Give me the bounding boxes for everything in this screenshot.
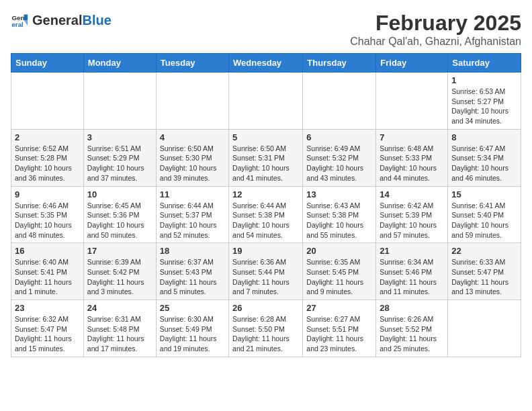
day-number: 21 bbox=[380, 246, 444, 256]
sunrise-label: Sunrise: 6:45 AM bbox=[87, 201, 141, 210]
day-info: Sunrise: 6:27 AM Sunset: 5:51 PM Dayligh… bbox=[306, 314, 372, 354]
calendar-cell bbox=[229, 73, 303, 130]
sunrise-label: Sunrise: 6:50 AM bbox=[232, 144, 286, 152]
daylight-label: Daylight: 10 hours and 39 minutes. bbox=[160, 164, 217, 182]
daylight-label: Daylight: 10 hours and 52 minutes. bbox=[160, 221, 217, 239]
calendar-cell bbox=[303, 73, 376, 130]
day-number: 16 bbox=[15, 246, 80, 256]
day-number: 7 bbox=[380, 132, 444, 142]
day-info: Sunrise: 6:50 AM Sunset: 5:31 PM Dayligh… bbox=[232, 144, 299, 183]
calendar-week-row: 23 Sunrise: 6:32 AM Sunset: 5:47 PM Dayl… bbox=[11, 300, 521, 357]
day-info: Sunrise: 6:37 AM Sunset: 5:43 PM Dayligh… bbox=[160, 257, 225, 297]
sunset-label: Sunset: 5:39 PM bbox=[380, 211, 432, 219]
daylight-label: Daylight: 10 hours and 57 minutes. bbox=[380, 221, 437, 239]
sunrise-label: Sunrise: 6:44 AM bbox=[160, 201, 214, 210]
weekday-header: Saturday bbox=[448, 54, 521, 73]
calendar-cell bbox=[83, 73, 156, 130]
day-number: 14 bbox=[380, 189, 444, 199]
calendar-cell: 11 Sunrise: 6:44 AM Sunset: 5:37 PM Dayl… bbox=[156, 186, 228, 243]
calendar-cell: 19 Sunrise: 6:36 AM Sunset: 5:44 PM Dayl… bbox=[229, 243, 303, 300]
daylight-label: Daylight: 10 hours and 41 minutes. bbox=[232, 164, 290, 182]
day-info: Sunrise: 6:44 AM Sunset: 5:38 PM Dayligh… bbox=[232, 201, 299, 240]
sunset-label: Sunset: 5:50 PM bbox=[232, 325, 285, 333]
logo-icon: Gen eral bbox=[11, 11, 30, 30]
sunset-label: Sunset: 5:46 PM bbox=[380, 268, 432, 276]
day-number: 20 bbox=[306, 246, 372, 256]
sunset-label: Sunset: 5:40 PM bbox=[451, 211, 504, 219]
weekday-header: Sunday bbox=[11, 54, 84, 73]
day-info: Sunrise: 6:43 AM Sunset: 5:38 PM Dayligh… bbox=[306, 201, 372, 240]
day-number: 28 bbox=[380, 303, 444, 313]
sunrise-label: Sunrise: 6:40 AM bbox=[15, 258, 69, 266]
sunrise-label: Sunrise: 6:49 AM bbox=[306, 144, 360, 152]
calendar-week-row: 9 Sunrise: 6:46 AM Sunset: 5:35 PM Dayli… bbox=[11, 186, 521, 243]
sunset-label: Sunset: 5:51 PM bbox=[306, 325, 359, 333]
sunset-label: Sunset: 5:29 PM bbox=[87, 154, 140, 162]
sunrise-label: Sunrise: 6:27 AM bbox=[306, 315, 360, 323]
sunset-label: Sunset: 5:47 PM bbox=[15, 325, 67, 333]
daylight-label: Daylight: 10 hours and 37 minutes. bbox=[87, 164, 144, 182]
day-info: Sunrise: 6:51 AM Sunset: 5:29 PM Dayligh… bbox=[87, 144, 152, 183]
daylight-label: Daylight: 10 hours and 43 minutes. bbox=[306, 164, 363, 182]
day-info: Sunrise: 6:28 AM Sunset: 5:50 PM Dayligh… bbox=[232, 314, 299, 354]
day-number: 4 bbox=[160, 132, 225, 142]
sunrise-label: Sunrise: 6:30 AM bbox=[160, 315, 214, 323]
day-info: Sunrise: 6:47 AM Sunset: 5:34 PM Dayligh… bbox=[451, 144, 517, 183]
daylight-label: Daylight: 10 hours and 54 minutes. bbox=[232, 221, 290, 239]
day-number: 3 bbox=[87, 132, 152, 142]
daylight-label: Daylight: 10 hours and 59 minutes. bbox=[451, 221, 508, 239]
day-number: 18 bbox=[160, 246, 225, 256]
location-title: Chahar Qal'ah, Ghazni, Afghanistan bbox=[350, 36, 521, 48]
daylight-label: Daylight: 11 hours and 3 minutes. bbox=[87, 278, 144, 296]
sunrise-label: Sunrise: 6:39 AM bbox=[87, 258, 141, 266]
calendar-cell: 6 Sunrise: 6:49 AM Sunset: 5:32 PM Dayli… bbox=[303, 129, 376, 186]
calendar-cell: 22 Sunrise: 6:33 AM Sunset: 5:47 PM Dayl… bbox=[448, 243, 521, 300]
daylight-label: Daylight: 11 hours and 17 minutes. bbox=[87, 334, 144, 353]
calendar-cell: 5 Sunrise: 6:50 AM Sunset: 5:31 PM Dayli… bbox=[229, 129, 303, 186]
day-number: 8 bbox=[451, 132, 517, 142]
calendar-cell: 21 Sunrise: 6:34 AM Sunset: 5:46 PM Dayl… bbox=[376, 243, 448, 300]
sunrise-label: Sunrise: 6:41 AM bbox=[451, 201, 505, 210]
sunset-label: Sunset: 5:48 PM bbox=[87, 325, 140, 333]
day-info: Sunrise: 6:50 AM Sunset: 5:30 PM Dayligh… bbox=[160, 144, 225, 183]
day-info: Sunrise: 6:48 AM Sunset: 5:33 PM Dayligh… bbox=[380, 144, 444, 183]
calendar-cell: 24 Sunrise: 6:31 AM Sunset: 5:48 PM Dayl… bbox=[83, 300, 156, 357]
sunrise-label: Sunrise: 6:31 AM bbox=[87, 315, 141, 323]
calendar-cell: 17 Sunrise: 6:39 AM Sunset: 5:42 PM Dayl… bbox=[83, 243, 156, 300]
day-number: 22 bbox=[451, 246, 517, 256]
sunset-label: Sunset: 5:47 PM bbox=[451, 268, 504, 276]
calendar-cell: 3 Sunrise: 6:51 AM Sunset: 5:29 PM Dayli… bbox=[83, 129, 156, 186]
sunrise-label: Sunrise: 6:43 AM bbox=[306, 201, 360, 210]
calendar-cell: 2 Sunrise: 6:52 AM Sunset: 5:28 PM Dayli… bbox=[11, 129, 84, 186]
calendar-week-row: 1 Sunrise: 6:53 AM Sunset: 5:27 PM Dayli… bbox=[11, 73, 521, 130]
daylight-label: Daylight: 11 hours and 15 minutes. bbox=[15, 334, 72, 353]
daylight-label: Daylight: 11 hours and 5 minutes. bbox=[160, 278, 217, 296]
sunset-label: Sunset: 5:27 PM bbox=[451, 97, 504, 105]
day-info: Sunrise: 6:52 AM Sunset: 5:28 PM Dayligh… bbox=[15, 144, 80, 183]
logo-general: General bbox=[32, 13, 82, 28]
daylight-label: Daylight: 10 hours and 50 minutes. bbox=[87, 221, 144, 239]
calendar-cell: 26 Sunrise: 6:28 AM Sunset: 5:50 PM Dayl… bbox=[229, 300, 303, 357]
day-info: Sunrise: 6:26 AM Sunset: 5:52 PM Dayligh… bbox=[380, 314, 444, 354]
svg-text:eral: eral bbox=[11, 21, 24, 28]
day-number: 12 bbox=[232, 189, 299, 199]
calendar-cell: 10 Sunrise: 6:45 AM Sunset: 5:36 PM Dayl… bbox=[83, 186, 156, 243]
calendar-cell bbox=[156, 73, 228, 130]
day-number: 10 bbox=[87, 189, 152, 199]
day-info: Sunrise: 6:31 AM Sunset: 5:48 PM Dayligh… bbox=[87, 314, 152, 354]
sunset-label: Sunset: 5:30 PM bbox=[160, 154, 212, 162]
logo-blue: Blue bbox=[82, 13, 111, 28]
daylight-label: Daylight: 11 hours and 1 minute. bbox=[15, 278, 72, 296]
calendar-cell bbox=[376, 73, 448, 130]
sunset-label: Sunset: 5:28 PM bbox=[15, 154, 67, 162]
day-info: Sunrise: 6:41 AM Sunset: 5:40 PM Dayligh… bbox=[451, 201, 517, 240]
day-info: Sunrise: 6:44 AM Sunset: 5:37 PM Dayligh… bbox=[160, 201, 225, 240]
calendar-cell: 28 Sunrise: 6:26 AM Sunset: 5:52 PM Dayl… bbox=[376, 300, 448, 357]
sunset-label: Sunset: 5:45 PM bbox=[306, 268, 359, 276]
sunrise-label: Sunrise: 6:34 AM bbox=[380, 258, 433, 266]
day-number: 6 bbox=[306, 132, 372, 142]
sunrise-label: Sunrise: 6:32 AM bbox=[15, 315, 69, 323]
daylight-label: Daylight: 10 hours and 34 minutes. bbox=[451, 107, 508, 125]
sunset-label: Sunset: 5:35 PM bbox=[15, 211, 67, 219]
sunrise-label: Sunrise: 6:33 AM bbox=[451, 258, 505, 266]
